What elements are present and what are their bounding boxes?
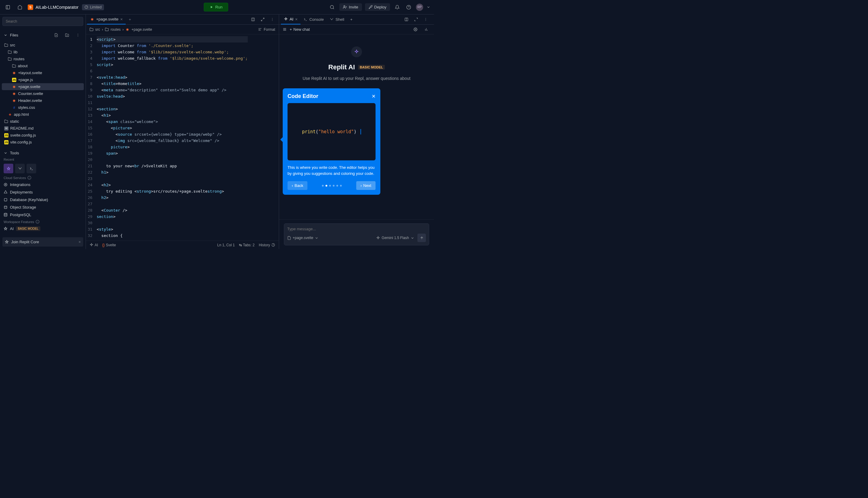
workspace-features-label: Workspace Features [4,219,82,225]
tree-folder-about[interactable]: about [2,62,84,69]
gear-icon[interactable] [411,25,419,34]
list-icon[interactable] [283,27,286,31]
next-button[interactable]: › Next [356,181,375,190]
tree-file[interactable]: MREADME.md [2,125,84,132]
tool-integrations[interactable]: Integrations [4,181,82,188]
new-folder-icon[interactable] [63,31,71,39]
tree-file[interactable]: ◉+page.svelte [2,83,84,90]
tool-chip-console[interactable] [27,164,36,173]
split-icon[interactable] [249,15,257,24]
tree-folder-static[interactable]: static [2,118,84,125]
tab-ai[interactable]: AI× [281,14,301,24]
chevron-down-icon [4,33,8,37]
invite-button[interactable]: Invite [339,3,362,11]
limited-badge[interactable]: Limited [82,4,104,10]
crumb[interactable]: src [95,27,100,32]
cursor-position[interactable]: Ln 1, Col 1 [217,243,235,247]
tabs-setting[interactable]: ↹ Tabs: 2 [239,243,255,247]
crumb[interactable]: +page.svelte [131,27,152,32]
svg-point-35 [272,19,272,20]
format-button[interactable]: Format [258,27,275,32]
kebab-icon[interactable] [74,31,82,39]
folder-icon [90,27,93,31]
tool-deployments[interactable]: Deployments [4,188,82,196]
tool-postgres[interactable]: PostgreSQL [4,211,82,219]
back-button[interactable]: ‹ Back [288,181,307,190]
tree-file[interactable]: ◉Header.svelte [2,97,84,104]
ai-status[interactable]: AI [90,243,98,247]
bell-icon[interactable] [393,3,401,11]
tool-database[interactable]: Database (Key/Value) [4,196,82,204]
cloud-services-label: Cloud Services [4,174,82,181]
ai-logo-icon [351,47,362,57]
search-icon[interactable] [328,3,336,11]
add-tab-button[interactable]: + [126,17,134,22]
close-icon[interactable]: ✕ [372,93,375,99]
chevron-down-icon[interactable] [426,3,430,11]
tree-folder-routes[interactable]: routes [2,55,84,62]
svelte-file-icon: ◉ [12,92,16,96]
kebab-icon[interactable] [268,15,276,24]
split-icon[interactable] [402,15,411,24]
tool-chip-ai[interactable] [4,164,13,173]
search-input[interactable] [2,17,83,26]
new-file-icon[interactable] [52,31,60,39]
tool-chip-shell[interactable] [15,164,25,173]
tree-file[interactable]: JSsvelte.config.js [2,132,84,139]
tools-header[interactable]: Tools [4,149,82,156]
files-header[interactable]: Files [0,28,85,42]
close-icon[interactable]: × [78,240,81,244]
expand-icon[interactable] [412,15,420,24]
deploy-button[interactable]: Deploy [365,3,390,11]
stats-icon[interactable] [422,25,430,34]
svg-point-43 [425,18,426,19]
add-tab-button[interactable]: + [347,14,356,24]
tutorial-description: This is where you write code. The editor… [288,165,375,176]
tree-file[interactable]: JS+page.js [2,76,84,83]
tab[interactable]: ◉ +page.svelte × [87,14,126,24]
kebab-icon[interactable] [421,15,430,24]
send-button[interactable] [417,234,426,242]
model-selector[interactable]: Gemini 1.5 Flash [376,236,414,240]
tool-ai[interactable]: AIBASIC MODEL [4,225,82,233]
tree-file[interactable]: ◉Counter.svelte [2,90,84,97]
tab-console[interactable]: Console [301,14,327,24]
tree-folder-src[interactable]: src [2,42,84,49]
tree-file[interactable]: JSvite.config.js [2,139,84,146]
tree-folder-lib[interactable]: lib [2,49,84,55]
panel-toggle-icon[interactable] [4,3,12,11]
expand-icon[interactable] [258,15,267,24]
home-icon[interactable] [16,3,24,11]
svelte-file-icon: ◉ [12,71,16,75]
join-core-banner[interactable]: Join Replit Core × [2,237,83,247]
svg-point-15 [78,35,78,35]
format-icon [258,27,262,31]
new-chat-button[interactable]: +New chat [290,27,310,32]
lang-status[interactable]: {}Svelte [102,243,116,247]
ai-input-box[interactable]: +page.svelte Gemini 1.5 Flash [284,223,429,245]
info-icon [27,176,31,180]
project-title[interactable]: S AILab-LLMComparator [28,4,78,10]
tree-file[interactable]: ◈app.html [2,111,84,118]
svg-point-45 [425,20,426,21]
tree-file[interactable]: ◉+layout.svelte [2,69,84,76]
help-icon[interactable] [404,3,413,11]
ai-message-input[interactable] [287,227,426,231]
run-button[interactable]: Run [204,3,228,11]
history-button[interactable]: History [259,243,275,247]
close-icon[interactable]: × [295,17,297,22]
context-file-chip[interactable]: +page.svelte [287,236,319,240]
tool-storage[interactable]: Object Storage [4,204,82,211]
close-icon[interactable]: × [120,17,123,22]
tab-shell[interactable]: Shell [327,14,347,24]
html-file-icon: ◈ [8,113,12,117]
status-bar: AI {}Svelte Ln 1, Col 1 ↹ Tabs: 2 Histor… [86,240,279,249]
tree-file[interactable]: #styles.css [2,104,84,111]
svg-point-16 [78,36,78,37]
chevron-down-icon [315,236,319,240]
crumb[interactable]: routes [111,27,121,32]
sparkle-icon [284,17,288,21]
avatar[interactable]: RP [416,4,423,11]
svg-rect-24 [4,206,7,209]
code-editor[interactable]: 1234567891011121314151617181920212223242… [86,34,279,240]
